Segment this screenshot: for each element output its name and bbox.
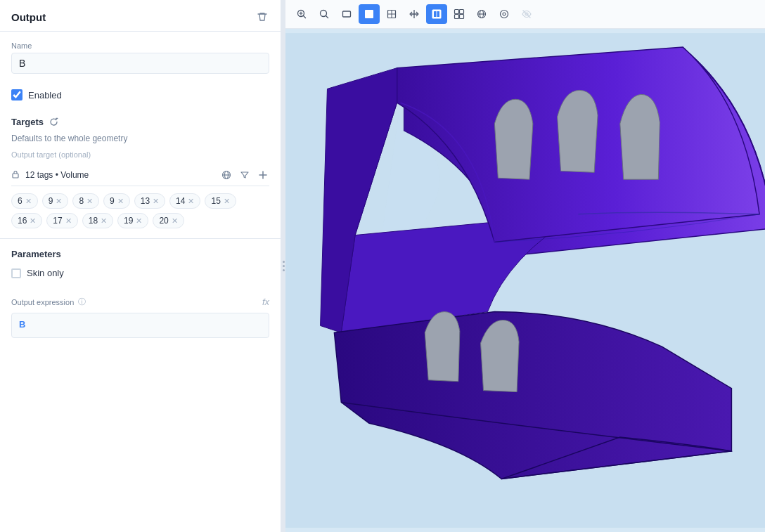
svg-rect-17 xyxy=(460,10,464,14)
expression-box[interactable]: B xyxy=(11,313,269,338)
delete-button[interactable] xyxy=(255,10,269,24)
skin-only-label: Skin only xyxy=(27,268,64,278)
remove-tag-9a[interactable]: ✕ xyxy=(56,197,62,205)
svg-rect-19 xyxy=(460,15,464,19)
ortho-button[interactable] xyxy=(494,4,515,24)
refresh-targets-button[interactable] xyxy=(48,116,60,128)
remove-tag-20[interactable]: ✕ xyxy=(172,217,178,225)
globe-icon xyxy=(221,170,231,180)
skin-only-checkbox[interactable] xyxy=(11,268,21,278)
hidden-button[interactable] xyxy=(516,4,537,24)
ortho-icon xyxy=(499,8,510,20)
multi-view-icon xyxy=(454,8,465,20)
tag-chip-8: 8✕ xyxy=(72,193,99,209)
plus-icon xyxy=(258,170,268,180)
svg-rect-8 xyxy=(343,11,351,17)
remove-tag-9b[interactable]: ✕ xyxy=(117,197,124,205)
svg-point-23 xyxy=(501,11,508,18)
expression-label: Output expression xyxy=(11,298,74,306)
lock-svg xyxy=(11,170,20,179)
expression-info-icon: ⓘ xyxy=(78,297,86,307)
svg-rect-0 xyxy=(13,174,18,178)
svg-point-24 xyxy=(503,13,506,15)
multi-view-button[interactable] xyxy=(449,4,470,24)
svg-rect-13 xyxy=(432,10,442,19)
svg-rect-15 xyxy=(437,11,440,17)
svg-rect-14 xyxy=(434,11,437,17)
parameters-section: Parameters Skin only xyxy=(0,238,281,288)
tag-chip-16: 16✕ xyxy=(11,213,42,228)
zoom-fit-button[interactable] xyxy=(291,4,312,24)
zoom-region-icon xyxy=(319,8,330,20)
remove-tag-15[interactable]: ✕ xyxy=(224,197,230,205)
trash-icon xyxy=(257,11,268,22)
face-view-button[interactable] xyxy=(426,4,447,24)
tag-chip-13: 13✕ xyxy=(134,193,165,209)
svg-rect-9 xyxy=(365,10,373,18)
enabled-checkbox[interactable] xyxy=(11,89,22,100)
face-view-icon xyxy=(431,8,442,20)
lock-icon xyxy=(11,170,20,181)
tag-chip-19: 19✕ xyxy=(117,213,148,228)
tag-chip-9a: 9✕ xyxy=(42,193,69,209)
panel-title: Output xyxy=(11,11,46,23)
globe-button[interactable] xyxy=(220,169,233,181)
targets-title: Targets xyxy=(11,117,44,127)
divider-dot-1 xyxy=(283,261,285,263)
wireframe-icon xyxy=(386,8,397,20)
split-icon xyxy=(409,8,420,20)
filter-icon xyxy=(240,170,250,180)
tag-chip-18: 18✕ xyxy=(82,213,113,228)
panel-header: Output xyxy=(0,0,281,32)
remove-tag-16[interactable]: ✕ xyxy=(30,217,36,225)
filter-button[interactable] xyxy=(238,169,251,181)
targets-header: Targets xyxy=(11,116,269,128)
name-section: Name xyxy=(0,32,281,84)
expression-value: B xyxy=(19,319,25,330)
skin-only-row: Skin only xyxy=(11,268,269,278)
solid-view-button[interactable] xyxy=(359,4,380,24)
expression-section: Output expression ⓘ fx B xyxy=(0,288,281,346)
tags-count: 12 tags • Volume xyxy=(25,170,89,180)
zoom-region-button[interactable] xyxy=(314,4,335,24)
add-tag-button[interactable] xyxy=(257,169,269,181)
target-input-label: Output target (optional) xyxy=(11,150,269,159)
remove-tag-19[interactable]: ✕ xyxy=(136,217,142,225)
enabled-row: Enabled xyxy=(0,84,281,106)
name-input[interactable] xyxy=(11,53,269,74)
svg-rect-18 xyxy=(455,15,459,19)
divider-dot-2 xyxy=(283,265,285,267)
targets-section: Targets Defaults to the whole geometry O… xyxy=(0,106,281,238)
tag-chip-20: 20✕ xyxy=(153,213,184,228)
remove-tag-6[interactable]: ✕ xyxy=(25,197,32,205)
svg-rect-16 xyxy=(455,10,459,14)
wireframe-button[interactable] xyxy=(381,4,402,24)
remove-tag-13[interactable]: ✕ xyxy=(153,197,159,205)
left-panel: Output Name Enabled Targets Defaults to … xyxy=(0,0,281,532)
3d-viewport[interactable] xyxy=(285,29,765,532)
rectangle-icon xyxy=(341,8,352,20)
rectangle-select-button[interactable] xyxy=(336,4,357,24)
parameters-title: Parameters xyxy=(11,249,269,259)
tag-chip-14: 14✕ xyxy=(169,193,200,209)
right-panel xyxy=(285,0,765,532)
tag-chip-15: 15✕ xyxy=(205,193,236,209)
viewport-svg xyxy=(285,29,765,532)
tag-chip-17: 17✕ xyxy=(46,213,77,228)
remove-tag-14[interactable]: ✕ xyxy=(188,197,194,205)
remove-tag-8[interactable]: ✕ xyxy=(86,197,93,205)
expression-header: Output expression ⓘ fx xyxy=(11,297,269,307)
split-view-button[interactable] xyxy=(404,4,425,24)
hidden-icon xyxy=(521,8,532,20)
name-label: Name xyxy=(11,41,269,50)
solid-view-icon xyxy=(364,8,375,20)
remove-tag-18[interactable]: ✕ xyxy=(101,217,107,225)
perspective-button[interactable] xyxy=(471,4,492,24)
refresh-icon xyxy=(49,117,58,126)
enabled-label[interactable]: Enabled xyxy=(28,90,62,100)
remove-tag-17[interactable]: ✕ xyxy=(65,217,72,225)
expression-fx-button[interactable]: fx xyxy=(262,297,269,307)
tag-chip-6: 6✕ xyxy=(11,193,38,209)
tag-chip-9b: 9✕ xyxy=(103,193,130,209)
perspective-icon xyxy=(476,8,487,20)
